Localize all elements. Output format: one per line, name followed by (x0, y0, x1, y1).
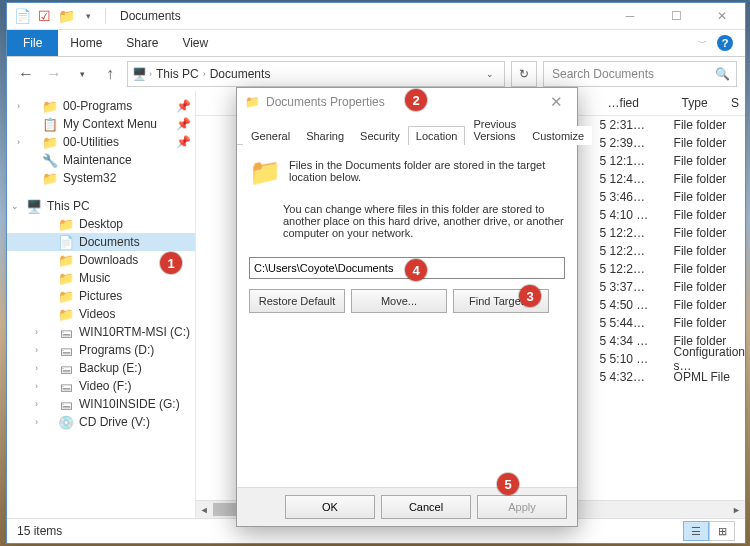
details-view-button[interactable]: ☰ (683, 521, 709, 541)
nav-item[interactable]: 📁System32 (7, 169, 195, 187)
tab-location[interactable]: Location (408, 126, 466, 145)
maximize-button[interactable]: ☐ (653, 3, 699, 29)
nav-item[interactable]: ›📁00-Programs📌 (7, 97, 195, 115)
forward-button[interactable]: → (43, 63, 65, 85)
cell-date: 5 12:2… (600, 244, 674, 258)
column-size[interactable]: S (731, 96, 745, 110)
ribbon-tab-share[interactable]: Share (114, 30, 170, 56)
chevron-right-icon[interactable]: › (35, 381, 38, 391)
dialog-title: Documents Properties (266, 95, 385, 109)
qat-properties-icon[interactable]: ☑ (35, 7, 53, 25)
qat-dropdown-icon[interactable]: ▾ (79, 7, 97, 25)
icons-view-button[interactable]: ⊞ (709, 521, 735, 541)
nav-group-thispc[interactable]: ⌄🖥️This PC (7, 197, 195, 215)
file-tab[interactable]: File (7, 30, 58, 56)
folder-icon: 📁 (57, 289, 75, 303)
cell-date: 5 12:2… (600, 262, 674, 276)
search-box[interactable]: 🔍 (543, 61, 737, 87)
chevron-right-icon[interactable]: › (35, 417, 38, 427)
nav-item[interactable]: ›🖴Backup (E:) (7, 359, 195, 377)
ok-button[interactable]: OK (285, 495, 375, 519)
nav-item[interactable]: 📋My Context Menu📌 (7, 115, 195, 133)
tab-sharing[interactable]: Sharing (298, 126, 352, 145)
nav-item[interactable]: ›🖴Video (F:) (7, 377, 195, 395)
ribbon-collapse-icon[interactable]: ﹀ (698, 37, 707, 50)
folder-icon: 📁 (245, 95, 260, 109)
minimize-button[interactable]: ─ (607, 3, 653, 29)
tab-general[interactable]: General (243, 126, 298, 145)
chevron-right-icon[interactable]: › (17, 101, 20, 111)
cancel-button[interactable]: Cancel (381, 495, 471, 519)
tab-previous-versions[interactable]: Previous Versions (465, 114, 524, 145)
callout-2: 2 (405, 89, 427, 111)
nav-item[interactable]: ›📁00-Utilities📌 (7, 133, 195, 151)
close-button[interactable]: ✕ (699, 3, 745, 29)
cell-type: File folder (674, 316, 745, 330)
cell-type: File folder (674, 244, 745, 258)
nav-label: Backup (E:) (79, 361, 142, 375)
scroll-right-button[interactable]: ► (728, 501, 745, 518)
cell-type: File folder (674, 172, 745, 186)
callout-5: 5 (497, 473, 519, 495)
file-explorer-window: 📄 ☑ 📁 ▾ Documents ─ ☐ ✕ File Home Share … (6, 2, 746, 544)
nav-item[interactable]: 📁Videos (7, 305, 195, 323)
nav-item[interactable]: 📁Desktop (7, 215, 195, 233)
chevron-right-icon[interactable]: › (35, 399, 38, 409)
qat-newfolder-icon[interactable]: 📁 (57, 7, 75, 25)
nav-item[interactable]: ›🖴WIN10INSIDE (G:) (7, 395, 195, 413)
tab-security[interactable]: Security (352, 126, 408, 145)
nav-item[interactable]: 📁Pictures (7, 287, 195, 305)
tab-customize[interactable]: Customize (524, 126, 592, 145)
drive-icon: 🖴 (57, 325, 75, 339)
nav-item[interactable]: ›🖴Programs (D:) (7, 341, 195, 359)
refresh-button[interactable]: ↻ (511, 61, 537, 87)
nav-label: Videos (79, 307, 115, 321)
chevron-right-icon[interactable]: › (35, 327, 38, 337)
drive-icon: 🖴 (57, 397, 75, 411)
nav-label: Downloads (79, 253, 138, 267)
chevron-right-icon[interactable]: › (17, 137, 20, 147)
cell-type: OPML File (674, 370, 745, 384)
folder-icon: 📁 (41, 135, 59, 149)
back-button[interactable]: ← (15, 63, 37, 85)
drive-icon: 🖴 (57, 379, 75, 393)
cell-date: 5 12:4… (600, 172, 674, 186)
chevron-down-icon[interactable]: ⌄ (11, 201, 19, 211)
ribbon: File Home Share View ﹀ ? (7, 30, 745, 57)
nav-item[interactable]: ›🖴WIN10RTM-MSI (C:) (7, 323, 195, 341)
nav-label: System32 (63, 171, 116, 185)
chevron-right-icon[interactable]: › (201, 69, 208, 79)
search-input[interactable] (550, 66, 715, 82)
cell-type: File folder (674, 298, 745, 312)
address-dropdown-icon[interactable]: ⌄ (480, 69, 500, 79)
nav-label: 00-Programs (63, 99, 132, 113)
recent-dropdown-icon[interactable]: ▾ (71, 63, 93, 85)
breadcrumb-documents[interactable]: Documents (208, 67, 273, 81)
address-bar[interactable]: 🖥️ › This PC › Documents ⌄ (127, 61, 505, 87)
ribbon-tab-home[interactable]: Home (58, 30, 114, 56)
callout-4: 4 (405, 259, 427, 281)
nav-item[interactable]: 🔧Maintenance (7, 151, 195, 169)
up-button[interactable]: ↑ (99, 63, 121, 85)
cell-date: 5 4:32… (600, 370, 674, 384)
nav-item[interactable]: ›💿CD Drive (V:) (7, 413, 195, 431)
restore-default-button[interactable]: Restore Default (249, 289, 345, 313)
nav-label: Desktop (79, 217, 123, 231)
column-modified[interactable]: …fied (608, 96, 682, 110)
chevron-right-icon[interactable]: › (35, 345, 38, 355)
chevron-right-icon[interactable]: › (147, 69, 154, 79)
nav-item[interactable]: 📄Documents (7, 233, 195, 251)
cell-date: 5 5:10 … (600, 352, 674, 366)
cell-type: File folder (674, 226, 745, 240)
move-button[interactable]: Move... (351, 289, 447, 313)
chevron-right-icon[interactable]: › (35, 363, 38, 373)
help-icon[interactable]: ? (717, 35, 733, 51)
pin-icon: 📌 (176, 135, 191, 149)
column-type[interactable]: Type (682, 96, 731, 110)
breadcrumb-thispc[interactable]: This PC (154, 67, 201, 81)
ribbon-tab-view[interactable]: View (170, 30, 220, 56)
apply-button[interactable]: Apply (477, 495, 567, 519)
dialog-close-button[interactable]: ✕ (544, 93, 569, 111)
status-item-count: 15 items (17, 524, 62, 538)
scroll-left-button[interactable]: ◄ (196, 501, 213, 518)
